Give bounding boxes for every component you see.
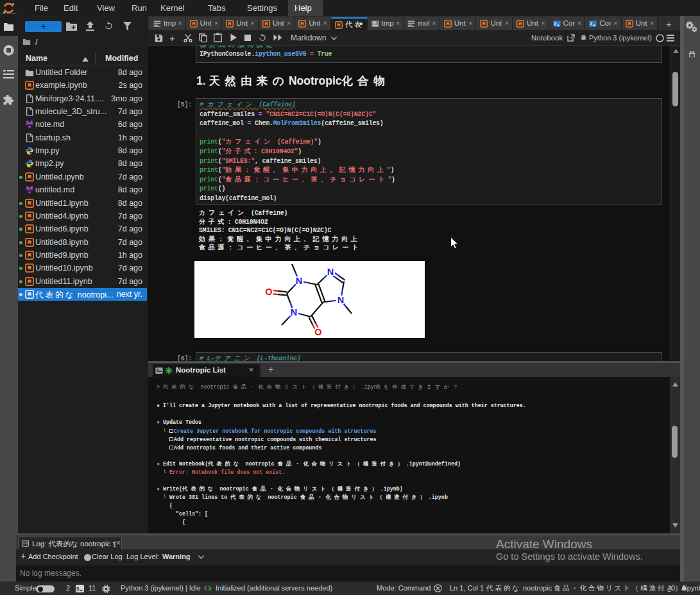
svg-text:$: $ xyxy=(157,369,159,373)
svg-text:$: $ xyxy=(76,587,80,592)
svg-text:N: N xyxy=(337,295,344,305)
svg-text:N: N xyxy=(327,267,334,277)
svg-text:O: O xyxy=(314,327,321,337)
svg-text:N: N xyxy=(291,307,297,317)
svg-text:O: O xyxy=(265,287,272,297)
svg-text:N: N xyxy=(296,276,302,286)
svg-text:s: s xyxy=(373,22,375,26)
